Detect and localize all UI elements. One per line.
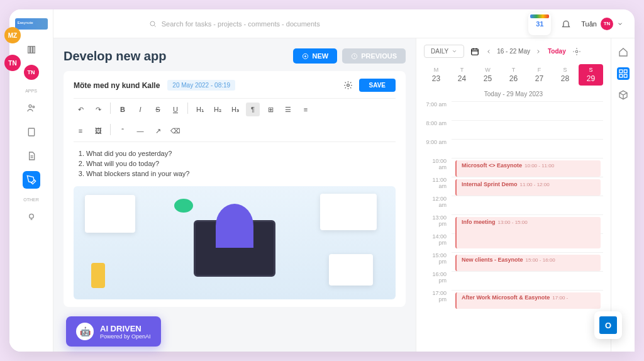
underline-icon[interactable]: U [169, 103, 182, 116]
timeline[interactable]: 7:00 am8:00 am9:00 am10:00 am11:00 am12:… [424, 101, 603, 315]
topbar: Search for tasks - projects - comments -… [53, 9, 635, 38]
chevron-down-icon [617, 21, 623, 27]
svg-rect-13 [619, 70, 623, 73]
align-left-icon[interactable]: ≡ [74, 124, 87, 138]
chevron-down-icon [452, 48, 457, 54]
bell-icon[interactable] [561, 19, 571, 29]
numbered-list-icon[interactable]: ≡ [299, 103, 313, 116]
undo-icon[interactable]: ↶ [74, 103, 87, 116]
link-icon[interactable]: ↗ [151, 124, 165, 138]
avatar[interactable]: TN [4, 55, 21, 71]
new-button[interactable]: NEW [293, 48, 337, 64]
clear-icon[interactable]: ⌫ [169, 124, 182, 138]
date-range: 16 - 22 May [497, 48, 530, 55]
package-icon[interactable] [617, 89, 630, 101]
svg-rect-14 [624, 70, 627, 73]
clock-icon [351, 53, 358, 60]
day-cell[interactable]: F27 [527, 64, 552, 86]
svg-rect-1 [30, 47, 32, 53]
search-input[interactable]: Search for tasks - projects - comments -… [149, 20, 350, 28]
illustration [74, 186, 396, 299]
svg-point-12 [575, 50, 578, 53]
calendar-event[interactable]: Internal Sprint Demo11:00 - 12:00 [455, 179, 601, 196]
table-icon[interactable]: ⊞ [264, 103, 277, 116]
redo-icon[interactable]: ↷ [91, 103, 105, 116]
list-item: What blockers stand in your way? [86, 170, 396, 177]
calendar-event[interactable]: New clients - Easynote15:00 - 16:00 [455, 255, 601, 271]
svg-rect-2 [33, 47, 35, 53]
svg-point-4 [33, 106, 35, 108]
calendar-event[interactable]: After Work Microsoft & Easynote17:00 - [455, 292, 601, 309]
calendar-event[interactable]: Info meeting13:00 - 15:00 [455, 217, 601, 248]
svg-rect-5 [28, 128, 34, 136]
outlook-icon[interactable]: O [594, 311, 622, 339]
editor-toolbar: ↶ ↷ B I S U H₁ H₂ H₃ ¶ ⊞ ☰ ≡ [74, 98, 396, 142]
chevron-right-icon[interactable] [535, 48, 541, 55]
previous-button[interactable]: PREVIOUS [342, 48, 406, 64]
calendar-panel: DAILY 16 - 22 May Today M23T24W25T26F27S… [416, 38, 635, 352]
books-icon[interactable] [23, 41, 40, 58]
calendar-date-header: Today - 29 May 2023 [424, 91, 603, 97]
question-list: What did you do yesterday? What will you… [74, 150, 396, 177]
view-selector[interactable]: DAILY [424, 45, 464, 58]
avatar[interactable]: MZ [4, 27, 21, 43]
svg-rect-11 [472, 48, 479, 54]
svg-point-7 [150, 21, 155, 26]
paragraph-icon[interactable]: ¶ [246, 103, 260, 116]
list-item: What did you do yesterday? [86, 150, 396, 157]
svg-point-10 [347, 84, 349, 87]
quote-icon[interactable]: “ [116, 124, 130, 138]
week-header: M23T24W25T26F27S28S29 [424, 64, 603, 86]
user-menu[interactable]: Tuân TN [581, 18, 623, 30]
editor-card: Möte med ny kund Kalle 20 May 2022 - 08:… [64, 71, 406, 307]
strike-icon[interactable]: S [151, 103, 165, 116]
day-cell[interactable]: S29 [579, 64, 603, 86]
h1-icon[interactable]: H₁ [193, 103, 207, 116]
note-icon[interactable] [23, 123, 40, 141]
day-cell[interactable]: M23 [424, 64, 448, 86]
page-title: Develop new app [64, 49, 166, 64]
grid-icon[interactable] [617, 67, 630, 80]
divider-icon[interactable]: — [133, 124, 147, 138]
save-button[interactable]: SAVE [359, 79, 396, 92]
bullet-list-icon[interactable]: ☰ [281, 103, 295, 116]
robot-icon: 🤖 [76, 323, 94, 340]
list-item: What will you do today? [86, 160, 396, 167]
svg-point-3 [29, 105, 31, 108]
svg-point-6 [29, 214, 33, 218]
svg-rect-15 [619, 74, 623, 77]
h3-icon[interactable]: H₃ [228, 103, 242, 116]
calendar-event[interactable]: Microsoft <> Easynote10:00 - 11:00 [455, 160, 601, 177]
italic-icon[interactable]: I [133, 103, 147, 116]
bold-icon[interactable]: B [116, 103, 130, 116]
svg-rect-0 [28, 47, 30, 53]
day-cell[interactable]: W25 [475, 64, 500, 86]
gear-icon[interactable] [572, 47, 581, 56]
image-icon[interactable]: 🖼 [91, 124, 105, 138]
bulb-icon[interactable] [23, 208, 40, 226]
team-icon[interactable] [23, 99, 40, 117]
document-icon[interactable] [23, 147, 40, 165]
svg-rect-16 [624, 74, 627, 77]
nav-section-label: APPS [25, 89, 37, 93]
calendar-icon[interactable] [470, 47, 479, 56]
h2-icon[interactable]: H₂ [211, 103, 225, 116]
day-cell[interactable]: T26 [501, 64, 526, 86]
plus-icon [302, 53, 309, 60]
editor-date: 20 May 2022 - 08:19 [167, 80, 235, 91]
google-calendar-icon[interactable]: 31 [528, 13, 551, 35]
user-avatar[interactable]: TN [24, 65, 39, 80]
editor-title: Möte med ny kund Kalle [74, 81, 160, 90]
day-cell[interactable]: S28 [553, 64, 577, 86]
calendar-sidebar [611, 38, 635, 352]
ai-badge[interactable]: 🤖 AI DRIVEN Powered by OpenAI [66, 316, 161, 347]
pen-icon[interactable] [23, 171, 40, 189]
search-icon [149, 20, 157, 28]
gear-icon[interactable] [343, 81, 353, 90]
nav-section-label: OTHER [23, 197, 39, 202]
chevron-left-icon[interactable] [486, 48, 492, 55]
day-cell[interactable]: T24 [450, 64, 474, 86]
today-button[interactable]: Today [548, 48, 566, 55]
home-icon[interactable] [617, 46, 630, 58]
